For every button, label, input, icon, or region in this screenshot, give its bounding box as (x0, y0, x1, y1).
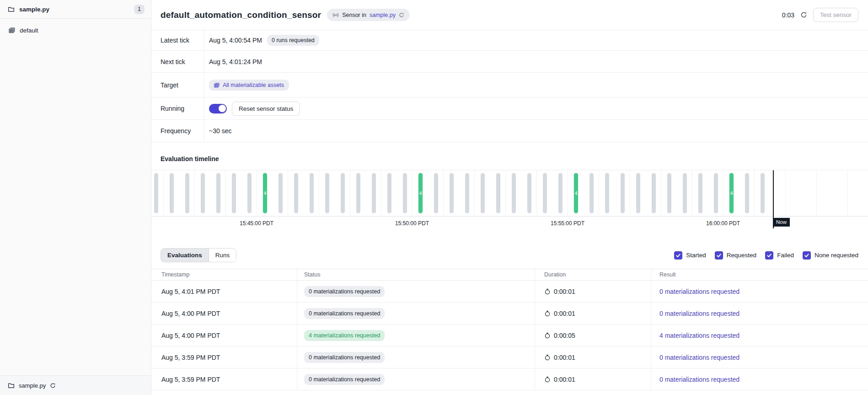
test-sensor-button[interactable]: Test sensor (813, 8, 858, 22)
reload-icon[interactable] (399, 12, 404, 18)
result-link[interactable]: 0 materializations requested (659, 288, 739, 295)
page-header: default_automation_condition_sensor Sens… (151, 0, 868, 30)
running-toggle[interactable] (209, 104, 227, 114)
timeline-time-label: 15:45:00 PDT (240, 220, 273, 227)
stopwatch-icon (544, 310, 551, 317)
sidebar-footer: sample.py (0, 375, 151, 395)
timeline-tick-bar-requested[interactable]: 4 (418, 173, 423, 213)
timeline-tick-bar[interactable] (621, 173, 625, 213)
timeline-tick-bar[interactable] (356, 173, 360, 213)
timeline-tick-bar-requested[interactable]: 4 (263, 173, 267, 213)
timeline-tick-bar[interactable] (154, 173, 158, 213)
timeline-tick-bar[interactable] (714, 173, 718, 213)
reset-sensor-status-button[interactable]: Reset sensor status (232, 102, 300, 116)
timeline-tick-bar[interactable] (216, 173, 220, 213)
timeline-tick-bar[interactable] (527, 173, 531, 213)
refresh-button[interactable] (799, 11, 808, 19)
filter-failed[interactable]: Failed (765, 251, 794, 260)
timeline-tick-bar[interactable] (698, 173, 702, 213)
timeline-tick-bar[interactable] (434, 173, 438, 213)
result-link[interactable]: 0 materializations requested (659, 310, 739, 317)
filter-label: Requested (727, 252, 756, 259)
evaluation-timeline-section: Evaluation timeline 4444Now 15:45:00 PDT… (151, 155, 868, 227)
timeline-tick-bar[interactable] (558, 173, 563, 213)
timeline-tick-bar[interactable] (481, 173, 485, 213)
timeline-time-label: 16:00:00 PDT (706, 220, 740, 227)
timeline-tick-bar[interactable] (185, 173, 189, 213)
timeline-tick-bar-requested[interactable]: 4 (574, 173, 578, 213)
timeline-tick-bar[interactable] (387, 173, 391, 213)
timeline-tick-bar[interactable] (247, 173, 252, 213)
filter-requested[interactable]: Requested (715, 251, 756, 260)
timestamp-cell: Aug 5, 3:59 PM PDT (151, 368, 297, 390)
sidebar-code-location[interactable]: sample.py 1 (0, 0, 151, 19)
timeline-tick-bar-requested[interactable]: 4 (729, 173, 734, 213)
result-link[interactable]: 0 materializations requested (659, 376, 739, 383)
checkbox-checked[interactable] (674, 251, 682, 260)
timeline-tick-bar[interactable] (372, 173, 376, 213)
timeline-gridline (661, 170, 661, 216)
timeline-tick-bar[interactable] (310, 173, 314, 213)
assets-grid-icon (213, 82, 220, 88)
folder-icon (8, 6, 15, 13)
timeline-tick-bar[interactable] (745, 173, 749, 213)
timeline-gridline (785, 170, 786, 216)
timeline-tick-bar[interactable] (512, 173, 516, 213)
result-cell: 0 materializations requested (651, 346, 868, 368)
status-pill: 0 materializations requested (304, 374, 385, 385)
sensor-meta-table: Latest tick Aug 5, 4:00:54 PM 0 runs req… (151, 30, 868, 142)
tab-evaluations[interactable]: Evaluations (161, 249, 209, 262)
timeline-tick-bar[interactable] (496, 173, 500, 213)
checkbox-checked[interactable] (803, 251, 811, 260)
meta-label: Next tick (151, 51, 204, 72)
timestamp-value: Aug 5, 4:01 PM PDT (161, 288, 220, 295)
checkbox-checked[interactable] (765, 251, 773, 260)
timeline-tick-bar[interactable] (170, 173, 174, 213)
sidebar-item-default[interactable]: default (0, 22, 151, 38)
duration-value: 0:00:05 (554, 332, 575, 339)
timeline-tick-bar[interactable] (279, 173, 283, 213)
timeline-tick-bar[interactable] (465, 173, 469, 213)
meta-label: Frequency (151, 120, 204, 142)
filter-started[interactable]: Started (674, 251, 706, 260)
timeline-gridline (754, 170, 755, 216)
result-link[interactable]: 0 materializations requested (659, 354, 739, 361)
timeline-tick-bar[interactable] (652, 173, 656, 213)
target-assets-pill[interactable]: All materializable assets (209, 80, 289, 91)
timeline-tick-bar[interactable] (341, 173, 345, 213)
repository-grid-icon (8, 27, 15, 34)
meta-row-running: Running Reset sensor status (151, 97, 868, 120)
sensor-origin-link[interactable]: sample.py (370, 12, 396, 18)
meta-label: Running (151, 97, 204, 119)
reload-icon[interactable] (50, 383, 56, 389)
timeline-tick-bar[interactable] (232, 173, 236, 213)
next-tick-value: Aug 5, 4:01:24 PM (209, 58, 262, 65)
sensor-origin-text: Sensor in (342, 12, 366, 18)
timeline-tick-bar[interactable] (667, 173, 671, 213)
checkbox-checked[interactable] (715, 251, 723, 260)
result-cell: 0 materializations requested (651, 303, 868, 324)
folder-icon (8, 382, 15, 389)
timeline-tick-bar[interactable] (761, 173, 765, 213)
timeline-gridline (474, 170, 475, 216)
timeline-gridline (692, 170, 692, 216)
timeline-tick-bar[interactable] (450, 173, 454, 213)
filter-none-requested[interactable]: None requested (803, 251, 858, 260)
table-row: Aug 5, 3:59 PM PDT0 materializations req… (151, 368, 868, 390)
timeline-tick-bar[interactable] (325, 173, 329, 213)
tab-runs[interactable]: Runs (209, 249, 236, 262)
timeline-tick-bar[interactable] (636, 173, 640, 213)
result-link[interactable]: 4 materializations requested (659, 332, 739, 339)
timeline-tick-bar[interactable] (589, 173, 594, 213)
timeline-tick-bar[interactable] (201, 173, 205, 213)
timeline-tick-bar[interactable] (605, 173, 609, 213)
timeline-tick-bar[interactable] (294, 173, 298, 213)
timeline-tick-bar[interactable] (543, 173, 547, 213)
timeline-tick-bar[interactable] (403, 173, 407, 213)
timeline-tick-bar[interactable] (683, 173, 687, 213)
table-header-row: TimestampStatusDurationResult (151, 269, 868, 281)
timeline-gridline (257, 170, 257, 216)
timestamp-cell: Aug 5, 3:59 PM PDT (151, 346, 297, 368)
status-cell: 4 materializations requested (297, 325, 535, 346)
table-controls: EvaluationsRuns StartedRequestedFailedNo… (151, 248, 868, 262)
